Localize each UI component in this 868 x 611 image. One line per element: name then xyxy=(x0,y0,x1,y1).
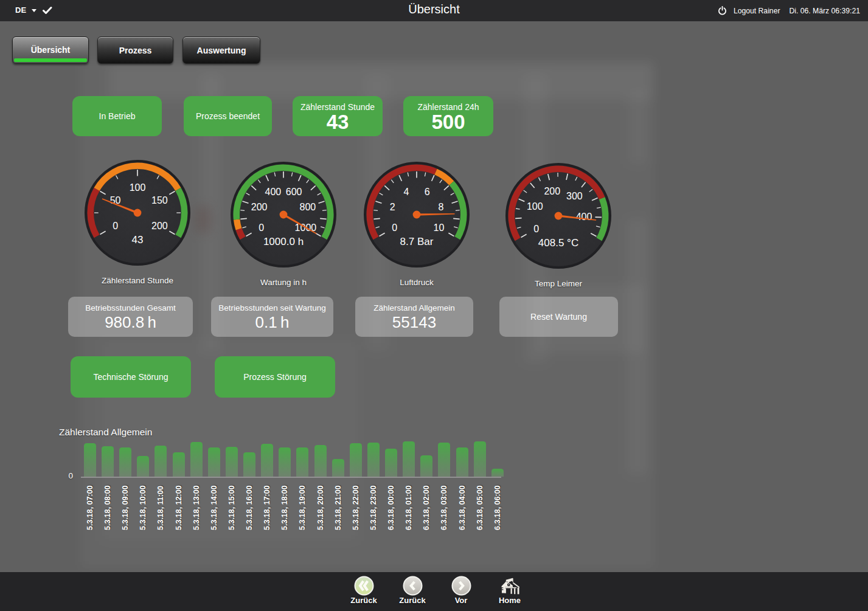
svg-text:400: 400 xyxy=(265,187,282,197)
svg-text:43: 43 xyxy=(132,234,144,246)
svg-text:600: 600 xyxy=(286,187,302,197)
svg-text:800: 800 xyxy=(300,202,316,212)
svg-text:200: 200 xyxy=(251,202,268,212)
svg-text:0: 0 xyxy=(392,223,397,233)
svg-text:408.5 °C: 408.5 °C xyxy=(538,237,578,249)
svg-text:1000.0 h: 1000.0 h xyxy=(263,236,304,247)
svg-text:2: 2 xyxy=(390,202,395,212)
svg-text:4: 4 xyxy=(403,187,409,197)
svg-text:200: 200 xyxy=(151,221,168,231)
svg-text:400: 400 xyxy=(576,212,592,222)
svg-text:300: 300 xyxy=(566,191,583,201)
svg-text:150: 150 xyxy=(151,195,168,205)
svg-text:100: 100 xyxy=(527,201,543,212)
svg-text:0: 0 xyxy=(113,221,118,231)
svg-text:6: 6 xyxy=(425,187,430,197)
svg-text:0: 0 xyxy=(533,224,539,234)
svg-text:0: 0 xyxy=(259,223,264,233)
svg-text:100: 100 xyxy=(130,182,146,193)
svg-text:200: 200 xyxy=(544,186,560,196)
svg-text:10: 10 xyxy=(434,223,445,233)
svg-text:8: 8 xyxy=(438,202,443,212)
svg-text:8.7 Bar: 8.7 Bar xyxy=(400,236,434,247)
